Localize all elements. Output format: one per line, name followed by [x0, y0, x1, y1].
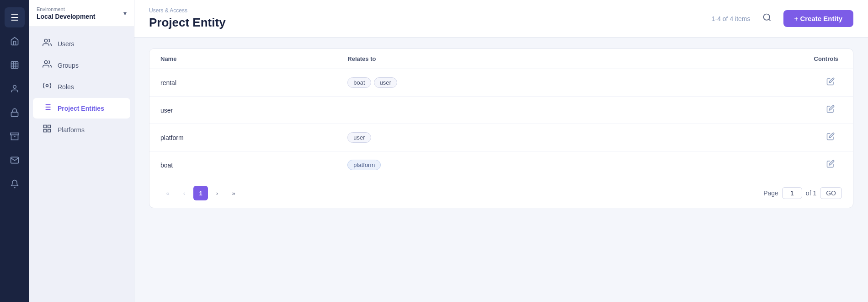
page-header: Users & Access Project Entity 1-4 of 4 i… [134, 0, 868, 38]
header-left: Users & Access Project Entity [149, 7, 226, 30]
entities-table-container: Name Relates to Controls rentalboatuseru… [149, 49, 853, 208]
box-icon[interactable] [5, 126, 25, 146]
col-header-relates-to: Relates to [336, 49, 645, 69]
cell-name: boat [149, 151, 336, 179]
cell-relates-to: user [336, 124, 645, 151]
sidebar-item-roles[interactable]: Roles [33, 76, 130, 97]
of-label: of 1 [806, 189, 816, 197]
cell-controls [645, 97, 853, 124]
sidebar-item-label-project-entities: Project Entities [58, 105, 104, 112]
cell-relates-to [336, 97, 645, 124]
table-row: boatplatform [149, 151, 853, 179]
icon-navigation: ☰ [0, 0, 29, 302]
pagination-right: Page of 1 GO [763, 187, 842, 199]
cell-controls [645, 151, 853, 179]
content-area: Name Relates to Controls rentalboatuseru… [134, 38, 868, 302]
environment-selector[interactable]: Environment Local Development ▾ [29, 0, 134, 27]
sidebar-menu: Users Groups Roles Project Entities Plat… [29, 27, 134, 302]
roles-icon [42, 81, 52, 92]
svg-point-11 [46, 85, 48, 87]
platforms-icon [42, 124, 52, 135]
svg-line-23 [768, 19, 770, 21]
tag: platform [347, 160, 381, 170]
cell-name: platform [149, 124, 336, 151]
page-label: Page [763, 189, 778, 197]
svg-point-22 [763, 14, 769, 20]
cell-controls [645, 124, 853, 151]
cell-relates-to: boatuser [336, 69, 645, 97]
main-content: Users & Access Project Entity 1-4 of 4 i… [134, 0, 868, 302]
table-row: user [149, 97, 853, 124]
sidebar: Environment Local Development ▾ Users Gr… [29, 0, 134, 302]
tag: boat [347, 77, 371, 88]
svg-rect-6 [11, 112, 18, 116]
entities-table: Name Relates to Controls rentalboatuseru… [149, 49, 853, 178]
sidebar-item-label-users: Users [58, 40, 75, 48]
svg-rect-0 [11, 62, 18, 69]
edit-button[interactable] [823, 158, 838, 172]
last-page-button[interactable]: » [226, 186, 241, 200]
prev-page-button[interactable]: ‹ [177, 186, 192, 200]
first-page-button[interactable]: « [160, 186, 175, 200]
pagination: « ‹ 1 › » Page of 1 GO [149, 178, 853, 208]
cell-controls [645, 69, 853, 97]
users-icon [42, 38, 52, 49]
environment-label: Environment [37, 6, 95, 12]
mail-icon[interactable] [5, 150, 25, 170]
tag: user [347, 132, 371, 143]
svg-point-10 [44, 61, 48, 64]
table-row: platformuser [149, 124, 853, 151]
create-entity-button[interactable]: + Create Entity [783, 10, 853, 27]
next-page-button[interactable]: › [210, 186, 224, 200]
go-button[interactable]: GO [820, 187, 842, 199]
tag: user [374, 77, 397, 88]
page-1-button[interactable]: 1 [193, 186, 208, 200]
lock-icon[interactable] [5, 102, 25, 123]
edit-button[interactable] [823, 130, 838, 145]
svg-rect-18 [44, 125, 47, 128]
svg-point-5 [13, 86, 16, 89]
person-icon[interactable] [5, 79, 25, 99]
sidebar-item-label-roles: Roles [58, 83, 74, 91]
sidebar-item-project-entities[interactable]: Project Entities [33, 98, 130, 119]
project-entities-icon [42, 102, 52, 114]
col-header-controls: Controls [645, 49, 853, 69]
page-number-input[interactable] [782, 187, 802, 199]
search-button[interactable] [760, 10, 774, 27]
cell-relates-to: platform [336, 151, 645, 179]
svg-rect-7 [11, 133, 19, 135]
sidebar-item-label-groups: Groups [58, 62, 79, 69]
pagination-left: « ‹ 1 › » [160, 186, 241, 200]
header-right: 1-4 of 4 items + Create Entity [712, 10, 853, 27]
svg-point-9 [44, 39, 48, 43]
chevron-down-icon: ▾ [123, 10, 127, 17]
svg-rect-19 [48, 125, 51, 128]
sidebar-item-platforms[interactable]: Platforms [33, 119, 130, 140]
items-count: 1-4 of 4 items [712, 15, 751, 22]
page-title: Project Entity [149, 16, 226, 30]
bell-icon[interactable] [5, 174, 25, 194]
sidebar-item-users[interactable]: Users [33, 33, 130, 54]
environment-name: Local Development [37, 13, 95, 20]
edit-button[interactable] [823, 103, 838, 117]
sidebar-item-groups[interactable]: Groups [33, 55, 130, 76]
list-icon[interactable] [5, 55, 25, 75]
svg-rect-20 [48, 129, 51, 132]
breadcrumb: Users & Access [149, 7, 226, 14]
sidebar-item-label-platforms: Platforms [58, 126, 85, 134]
table-row: rentalboatuser [149, 69, 853, 97]
col-header-name: Name [149, 49, 336, 69]
cell-name: rental [149, 69, 336, 97]
edit-button[interactable] [823, 76, 838, 90]
menu-icon[interactable]: ☰ [5, 7, 25, 27]
groups-icon [42, 59, 52, 71]
svg-rect-21 [44, 129, 47, 132]
home-icon[interactable] [5, 31, 25, 51]
cell-name: user [149, 97, 336, 124]
